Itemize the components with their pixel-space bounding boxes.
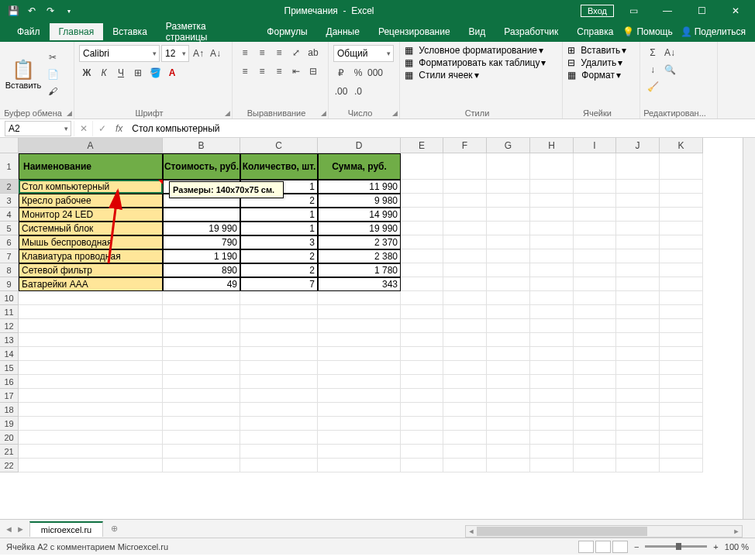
cell[interactable] [660,277,703,291]
cell[interactable] [660,347,703,361]
cell[interactable] [616,459,660,472]
cell[interactable] [401,403,443,417]
copy-icon[interactable]: 📄 [45,67,60,82]
cell[interactable] [616,277,660,291]
column-header[interactable]: J [616,138,660,153]
cell[interactable] [163,417,240,431]
cell[interactable] [616,389,660,403]
cell[interactable] [318,305,401,319]
insert-cells-button[interactable]: ⊞ Вставить ▾ [567,45,635,56]
scroll-thumb[interactable] [477,527,647,536]
row-header[interactable]: 17 [0,389,19,403]
cell[interactable] [574,389,616,403]
cell[interactable] [163,445,240,459]
paste-button[interactable]: 📋 Вставить [5,45,42,104]
cell[interactable] [530,305,574,319]
cell[interactable] [401,291,443,305]
cell[interactable] [318,445,401,459]
cell[interactable] [443,305,487,319]
orientation-icon[interactable]: ⤢ [288,45,304,60]
zoom-in-icon[interactable]: + [713,542,718,551]
close-icon[interactable]: ✕ [721,0,750,22]
cell[interactable] [616,291,660,305]
cell[interactable] [616,222,660,235]
column-header[interactable]: G [487,138,530,153]
row-header[interactable]: 18 [0,403,19,417]
font-launcher-icon[interactable]: ◢ [225,109,230,117]
cell[interactable] [443,277,487,291]
row-header[interactable]: 4 [0,208,19,222]
cell[interactable] [401,375,443,389]
align-bottom-icon[interactable]: ≡ [271,45,287,60]
spreadsheet-grid[interactable]: ABCDEFGHIJK 1НаименованиеСтоимость, руб.… [0,138,755,519]
cell[interactable]: 3 [240,235,318,249]
row-header[interactable]: 22 [0,459,19,472]
fill-color-icon[interactable]: 🪣 [147,65,163,81]
cell[interactable] [574,319,616,333]
row-header[interactable]: 20 [0,431,19,445]
cell[interactable] [487,333,530,347]
cell[interactable] [660,431,703,445]
tab-view[interactable]: Вид [460,23,495,40]
cell[interactable]: Системный блок [19,222,163,235]
horizontal-scrollbar[interactable]: ◄ ► [465,525,743,538]
cell[interactable] [530,403,574,417]
column-header[interactable]: A [19,138,163,153]
sheet-tab[interactable]: microexcel.ru [29,521,103,537]
sheet-nav-prev-icon[interactable]: ◄ [5,524,13,534]
grow-font-icon[interactable]: A↑ [191,46,206,61]
cell[interactable] [443,208,487,222]
cell[interactable] [401,235,443,249]
cell[interactable] [443,347,487,361]
cell[interactable] [19,403,163,417]
cell[interactable]: 343 [318,277,401,291]
cell[interactable] [163,361,240,375]
cell[interactable] [19,431,163,445]
cell[interactable] [318,347,401,361]
row-header[interactable]: 5 [0,222,19,235]
row-header[interactable]: 14 [0,347,19,361]
cell[interactable] [616,333,660,347]
cell[interactable] [443,459,487,472]
cell[interactable] [318,319,401,333]
cell[interactable]: Кресло рабочее [19,194,163,208]
format-painter-icon[interactable]: 🖌 [45,84,60,99]
cell[interactable] [660,361,703,375]
borders-icon[interactable]: ⊞ [130,65,146,81]
cell[interactable] [240,431,318,445]
cell[interactable] [574,263,616,277]
cell[interactable] [318,291,401,305]
cell[interactable] [240,291,318,305]
cell[interactable] [660,235,703,249]
cell[interactable] [443,235,487,249]
cell[interactable] [660,291,703,305]
row-header[interactable]: 16 [0,375,19,389]
clipboard-launcher-icon[interactable]: ◢ [67,109,72,117]
cell[interactable] [487,277,530,291]
align-center-icon[interactable]: ≡ [254,64,270,79]
row-header[interactable]: 19 [0,417,19,431]
row-header[interactable]: 2 [0,180,19,194]
cell[interactable] [574,249,616,263]
normal-view-icon[interactable] [578,541,594,553]
save-icon[interactable]: 💾 [5,2,22,19]
cell[interactable] [574,305,616,319]
cell[interactable] [401,153,443,180]
cell[interactable] [530,153,574,180]
cell[interactable] [443,180,487,194]
row-header[interactable]: 9 [0,277,19,291]
row-header[interactable]: 1 [0,153,19,180]
cell[interactable] [616,153,660,180]
cell[interactable] [616,235,660,249]
cell[interactable] [318,459,401,472]
cell[interactable] [19,305,163,319]
cell[interactable] [530,291,574,305]
cell[interactable] [530,361,574,375]
cell[interactable] [443,249,487,263]
format-as-table-button[interactable]: ▦ Форматировать как таблицу ▾ [405,57,557,68]
currency-icon[interactable]: ₽ [333,65,349,81]
cell[interactable] [19,375,163,389]
cell[interactable] [574,347,616,361]
cell[interactable]: 19 990 [163,222,240,235]
cell[interactable] [443,361,487,375]
